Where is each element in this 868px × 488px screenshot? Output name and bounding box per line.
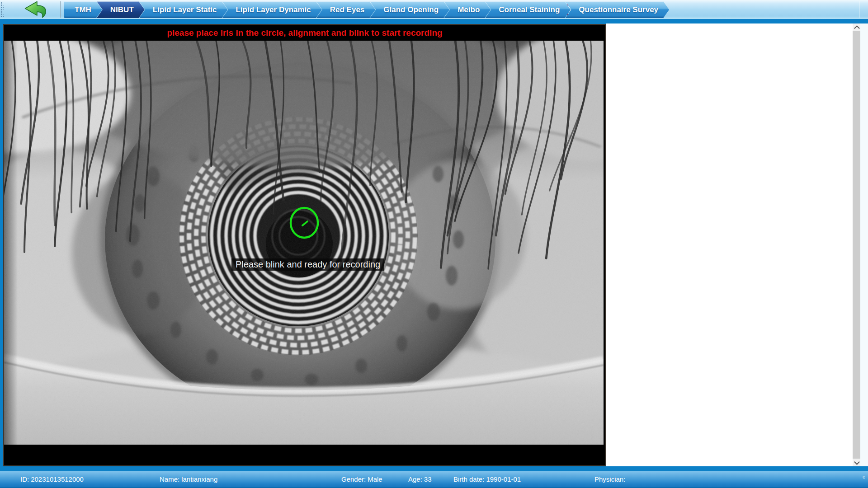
tab-gland-opening[interactable]: Gland Opening [370, 1, 449, 18]
instruction-text: please place iris in the circle, alignme… [4, 25, 605, 40]
application-window: TMH NIBUT Lipid Layer Static Lipid Layer… [0, 0, 868, 488]
back-arrow-icon [21, 1, 51, 18]
capture-panel: please place iris in the circle, alignme… [3, 24, 606, 466]
field-value: 1990-01-01 [486, 475, 521, 483]
status-field-id: ID:20231013512000 [20, 475, 84, 483]
back-button[interactable] [21, 1, 51, 18]
toolbar-grip-handle [0, 2, 4, 17]
field-label: Name: [160, 475, 179, 483]
status-field-age: Age:33 [408, 475, 432, 483]
results-scrollbar[interactable] [853, 23, 860, 466]
field-value: 33 [424, 475, 432, 483]
field-label: Gender: [341, 475, 366, 483]
mode-tabs: TMH NIBUT Lipid Layer Static Lipid Layer… [64, 1, 664, 18]
status-field-birth-date: Birth date:1990-01-01 [453, 475, 521, 483]
toolbar-edge-divider [859, 1, 859, 18]
tab-corneal-staining[interactable]: Corneal Staining [485, 1, 571, 18]
window-edge-strip [860, 23, 868, 466]
field-label: ID: [20, 475, 29, 483]
scroll-up-button[interactable] [853, 23, 860, 31]
overlay-message: Please blink and ready for recording [231, 258, 384, 271]
field-label: Physician: [594, 475, 625, 483]
tab-lipid-layer-static[interactable]: Lipid Layer Static [139, 1, 228, 18]
patient-status-bar: ID:20231013512000 Name:lantianxiang Gend… [0, 471, 868, 488]
toolbar-separator [60, 1, 61, 18]
live-eye-view: Please blink and ready for recording [4, 41, 604, 445]
corner-mark: c [863, 474, 865, 479]
results-panel [606, 23, 853, 466]
tab-nibut[interactable]: NIBUT [97, 1, 145, 18]
tab-lipid-layer-dynamic[interactable]: Lipid Layer Dynamic [222, 1, 321, 18]
tab-meibo[interactable]: Meibo [444, 1, 491, 18]
scroll-down-button[interactable] [853, 459, 860, 466]
field-label: Birth date: [453, 475, 484, 483]
field-value: Male [368, 475, 382, 483]
chevron-up-icon [854, 25, 860, 31]
field-label: Age: [408, 475, 422, 483]
tab-tmh[interactable]: TMH [64, 1, 102, 18]
eye-photo [4, 41, 604, 445]
toolbar: TMH NIBUT Lipid Layer Static Lipid Layer… [0, 0, 868, 19]
field-value: 20231013512000 [31, 475, 84, 483]
status-field-physician: Physician: [594, 475, 627, 483]
status-field-name: Name:lantianxiang [160, 475, 217, 483]
scrollbar-thumb[interactable] [853, 31, 860, 459]
tab-red-eyes[interactable]: Red Eyes [316, 1, 376, 18]
status-field-gender: Gender:Male [341, 475, 382, 483]
field-value: lantianxiang [181, 475, 217, 483]
tab-questionnaire-survey[interactable]: Questionnaire Survey [565, 1, 669, 18]
chevron-down-icon [854, 459, 860, 465]
